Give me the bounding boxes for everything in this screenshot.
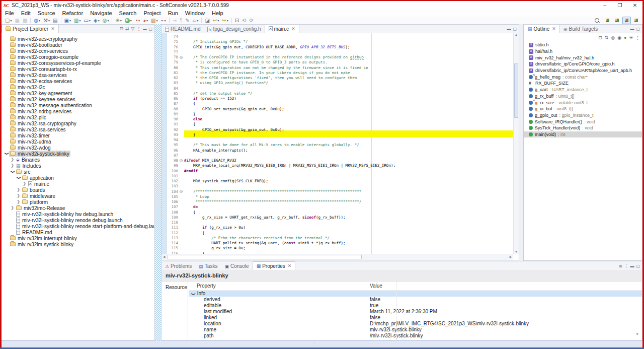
code-text[interactable] [184,50,513,55]
outline-item[interactable]: stdio.h [524,42,642,48]
expand-icon[interactable]: ❯ [10,205,15,211]
maximize-view-button[interactable]: ▢ [636,27,640,31]
code-line[interactable]: 77 [167,50,513,55]
restore-editors-button[interactable]: ⊡ [234,17,240,24]
scroll-thumb[interactable] [514,63,518,117]
tree-item[interactable]: ❯boards [2,187,154,193]
outline-item[interactable]: drivers/fabric_ip/CoreGPIO/core_gpio.h [524,61,642,67]
code-text[interactable]: ****************************************… [184,199,513,204]
tree-item[interactable]: ❯middleware [2,193,154,199]
code-line[interactable]: 81 * the CoreGPIO IP instance. In your L… [167,71,513,76]
tree-item[interactable]: miv-rv32-plic [2,114,154,120]
expand-icon[interactable]: ❯ [10,163,15,169]
last-edit-location-button[interactable]: ◪ [204,17,210,24]
expand-icon[interactable]: ❯ [10,157,15,163]
editor-tab-readme-md[interactable]: README.md [162,25,204,33]
code-text[interactable] [184,86,513,91]
code-line[interactable]: 109 g_rx_size = UART_get_rx(&g_uart, g_r… [167,215,513,220]
code-text[interactable]: /* The CoreGPIO IP instantiated in the r… [184,55,513,60]
menu-file[interactable]: File [2,10,18,17]
tab-console[interactable]: ▣Console [221,262,252,270]
code-line[interactable]: 88 GPIO_set_outputs(&g_gpio_out, 0x0u); [167,107,513,112]
view-menu-button[interactable]: ⋮ [635,35,640,40]
code-text[interactable]: GPIO_set_outputs(&g_gpio_out, 0x0u); [184,107,513,112]
scroll-left-icon[interactable]: ◀ [162,254,167,260]
tree-item[interactable]: miv-rv32im-interrupt-blinky [2,235,154,241]
tree-item[interactable]: README.md [2,229,154,235]
tree-item[interactable]: miv-rv32im-systick-blinky [2,241,154,247]
tree-item[interactable]: miv-rv32-ccm-services [2,48,154,54]
code-text[interactable]: GPIO_init(&g_gpio_out, COREGPIO_OUT_BASE… [184,45,513,50]
pin-editor-button[interactable]: ▱▾ [192,17,200,24]
perspective-resource-button[interactable] [613,17,621,24]
fold-collapse-icon[interactable]: − [180,190,183,193]
tree-item[interactable]: miv-rv32-key-agreement [2,90,154,96]
tree-item[interactable]: miv-rv32-ecdsa-services [2,78,154,84]
code-line[interactable]: 78− /* The CoreGPIO IP instantiated in t… [167,55,513,60]
tree-item[interactable]: miv-rv32-coregpio-example [2,54,154,60]
code-line[interactable]: 101 [167,174,513,179]
scroll-up-icon[interactable]: ▲ [514,33,519,36]
tree-item[interactable]: miv-rv32-coreuartapb-tx-rx [2,66,154,72]
tree-item[interactable]: miv-rv32-rsa-cryptography [2,120,154,126]
outline-item[interactable]: cg_hello_msg : const char* [524,74,642,80]
minimize-view-button[interactable]: ▬ [630,27,634,31]
outline-item[interactable]: g_rx_buff : uint8_t[] [524,93,642,100]
hide-fields-button[interactable]: ◎ [611,35,615,40]
outline-item[interactable]: Software_IRQHandler() : void [524,118,642,125]
code-line[interactable]: 112 { [167,231,513,236]
code-text[interactable]: #endif [184,169,513,174]
build-button[interactable]: ⚒▾ [42,17,51,24]
code-text[interactable]: MRV_systick_config(SYS_CLK_FREQ); [184,179,513,184]
code-text[interactable]: { [184,231,513,236]
code-line[interactable]: 93 } [167,132,513,137]
tree-item[interactable]: miv-rv32-i2c [2,84,154,90]
property-row[interactable]: locationD:\mchp_prj\Mi-V_IMC_RTG4\SC_202… [189,321,642,327]
toggle-comment-button[interactable]: ✎ [184,17,190,24]
menu-window[interactable]: Window [182,10,208,17]
close-icon[interactable]: ✕ [291,26,295,31]
outline-item[interactable]: miv_rv32_hal/miv_rv32_hal.h [524,54,642,61]
hide-static-button[interactable]: ◉ [617,35,621,40]
tree-item[interactable]: ❯cmain.c [2,181,154,187]
property-row[interactable]: namemiv-rv32i-systick-blinky [189,327,642,333]
code-line[interactable]: 74 [167,34,513,39]
minimize-view-button[interactable]: ▬ [143,27,146,31]
coverage-button[interactable]: ◎▾ [102,17,110,24]
tree-item[interactable]: miv-rv32-wdog [2,145,154,151]
scroll-down-icon[interactable]: ▼ [514,250,519,253]
outline-item[interactable]: SysTick_Handler(void) : void [524,125,642,131]
code-line[interactable]: 99 MRV_enable_local_irq(MRV32_MSYS_EIE0_… [167,163,513,168]
code-text[interactable]: * Loop [184,194,513,199]
save-all-button[interactable]: ▩ [22,17,28,24]
collapse-all-button[interactable]: ⊟ [598,35,602,40]
editor-vertical-scrollbar[interactable]: ▲ ▼ [513,33,519,254]
code-line[interactable]: 98−#ifndef MIV_LEGACY_RV32 [167,158,513,163]
tree-item[interactable]: ❯⬙Binaries [2,157,154,163]
property-row[interactable]: ❯Info [189,291,642,297]
outline-item[interactable]: RX_BUFF_SIZE [524,80,642,87]
c-element-button[interactable]: ◈▾ [93,17,101,24]
tab-problems[interactable]: ⚠Problems [162,262,195,270]
code-text[interactable]: else [184,117,513,122]
skip-all-breakpoints-button[interactable]: ◍▾ [33,17,41,24]
code-line[interactable]: 83 * using GPIO_config() function*/ [167,81,513,86]
build-all-button[interactable]: ▤ [52,17,58,24]
tree-item[interactable]: miv-rv32-keytree-services [2,96,154,102]
tree-item[interactable]: miv-rv32i-systick-blinky renode debug.la… [2,217,154,223]
code-text[interactable] [184,174,513,179]
tab-outline[interactable]: ▤ Outline ✕ [524,24,560,33]
code-text[interactable]: g_rx_size = UART_get_rx(&g_uart, g_rx_bu… [184,215,513,220]
property-row[interactable]: path/miv-rv32i-systick-blinky [189,333,642,339]
maximize-view-button[interactable]: ▢ [148,27,152,31]
code-text[interactable]: { [184,101,513,106]
code-text[interactable]: do [184,204,513,210]
code-text[interactable]: GPIO_set_outputs(&g_gpio_out, 0x0u); [184,127,513,132]
property-row[interactable]: derivedfalse [189,297,642,303]
maximize-button[interactable]: ▢ [636,264,640,268]
code-line[interactable]: 85 /* set the output value */ [167,91,513,96]
menu-navigate[interactable]: Navigate [87,10,115,17]
back-button[interactable]: ↩▾ [212,17,220,24]
external-tools-button[interactable]: ▧▾ [150,17,158,24]
code-line[interactable]: 76 GPIO_init(&g_gpio_out, COREGPIO_OUT_B… [167,45,513,50]
